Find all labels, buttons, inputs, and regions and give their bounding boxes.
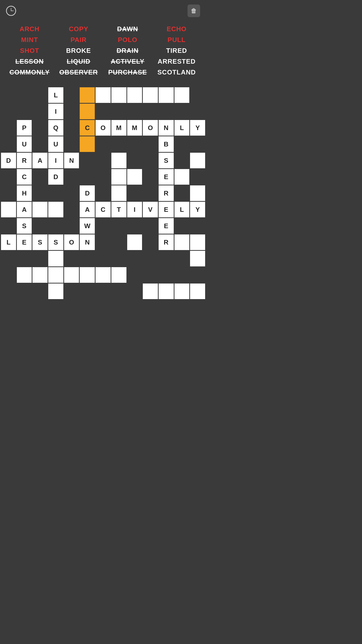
grid-cell-0-6[interactable] <box>96 87 111 103</box>
word-item-pull[interactable]: PULL <box>152 35 201 45</box>
grid-cell-11-2[interactable] <box>32 267 48 283</box>
grid-cell-12-11[interactable] <box>174 284 190 299</box>
grid-cell-7-0[interactable] <box>1 202 16 217</box>
grid-cell-1-5[interactable] <box>80 104 95 119</box>
grid-cell-6-5[interactable]: D <box>80 185 95 201</box>
grid-cell-3-5[interactable] <box>80 136 95 152</box>
grid-cell-9-3[interactable]: S <box>48 234 63 250</box>
grid-cell-9-4[interactable]: O <box>64 234 79 250</box>
grid-cell-2-9[interactable]: O <box>143 120 158 136</box>
word-item-lesson[interactable]: LESSON <box>5 57 54 66</box>
word-item-actively[interactable]: ACTIVELY <box>103 57 152 66</box>
grid-cell-7-5[interactable]: A <box>80 202 95 217</box>
grid-cell-5-1[interactable]: C <box>17 169 32 185</box>
grid-cell-5-11[interactable] <box>174 169 190 185</box>
grid-cell-2-5[interactable]: C <box>80 120 95 136</box>
word-item-arch[interactable]: ARCH <box>5 24 54 34</box>
word-item-polo[interactable]: POLO <box>103 35 152 45</box>
word-item-purchase[interactable]: PURCHASE <box>103 67 152 77</box>
grid-cell-5-7[interactable] <box>111 169 126 185</box>
word-item-observer[interactable]: OBSERVER <box>54 67 103 77</box>
word-item-broke[interactable]: BROKE <box>54 46 103 56</box>
grid-cell-7-8[interactable]: I <box>127 202 142 217</box>
grid-cell-5-3[interactable]: D <box>48 169 63 185</box>
grid-cell-3-3[interactable]: U <box>48 136 63 152</box>
word-item-tired[interactable]: TIRED <box>152 46 201 56</box>
grid-cell-2-10[interactable]: N <box>159 120 174 136</box>
grid-cell-7-6[interactable]: C <box>96 202 111 217</box>
grid-cell-3-1[interactable]: U <box>17 136 32 152</box>
grid-cell-7-7[interactable]: T <box>111 202 126 217</box>
grid-cell-4-3[interactable]: I <box>48 153 63 168</box>
grid-cell-0-5[interactable] <box>80 87 95 103</box>
grid-cell-10-12[interactable] <box>190 251 205 266</box>
grid-cell-0-3[interactable]: L <box>48 87 63 103</box>
grid-cell-4-1[interactable]: R <box>17 153 32 168</box>
grid-cell-11-6[interactable] <box>96 267 111 283</box>
grid-cell-2-8[interactable]: M <box>127 120 142 136</box>
grid-cell-7-3[interactable] <box>48 202 63 217</box>
grid-cell-0-11[interactable] <box>174 87 190 103</box>
word-item-commonly[interactable]: COMMONLY <box>5 67 54 77</box>
grid-cell-9-12[interactable] <box>190 234 205 250</box>
word-item-drain[interactable]: DRAIN <box>103 46 152 56</box>
grid-cell-6-12[interactable] <box>190 185 205 201</box>
grid-cell-4-12[interactable] <box>190 153 205 168</box>
grid-cell-7-11[interactable]: L <box>174 202 190 217</box>
grid-cell-12-9[interactable] <box>143 284 158 299</box>
word-item-echo[interactable]: ECHO <box>152 24 201 34</box>
grid-cell-4-4[interactable]: N <box>64 153 79 168</box>
grid-cell-5-8[interactable] <box>127 169 142 185</box>
grid-cell-11-1[interactable] <box>17 267 32 283</box>
word-item-scotland[interactable]: SCOTLAND <box>152 67 201 77</box>
word-item-dawn[interactable]: DAWN <box>103 24 152 34</box>
word-item-shot[interactable]: SHOT <box>5 46 54 56</box>
grid-cell-4-7[interactable] <box>111 153 126 168</box>
grid-cell-8-5[interactable]: W <box>80 218 95 234</box>
grid-cell-7-12[interactable]: Y <box>190 202 205 217</box>
grid-cell-11-3[interactable] <box>48 267 63 283</box>
trash-button[interactable]: 🗑 <box>188 5 200 17</box>
grid-cell-9-8[interactable] <box>127 234 142 250</box>
grid-cell-3-10[interactable]: B <box>159 136 174 152</box>
grid-cell-2-6[interactable]: O <box>96 120 111 136</box>
grid-cell-0-9[interactable] <box>143 87 158 103</box>
grid-cell-12-12[interactable] <box>190 284 205 299</box>
grid-cell-6-7[interactable] <box>111 185 126 201</box>
grid-cell-5-10[interactable]: E <box>159 169 174 185</box>
grid-cell-2-1[interactable]: P <box>17 120 32 136</box>
grid-cell-12-10[interactable] <box>159 284 174 299</box>
grid-cell-0-7[interactable] <box>111 87 126 103</box>
grid-cell-11-4[interactable] <box>64 267 79 283</box>
word-item-copy[interactable]: COPY <box>54 24 103 34</box>
word-item-arrested[interactable]: ARRESTED <box>152 57 201 66</box>
grid-cell-2-12[interactable]: Y <box>190 120 205 136</box>
grid-cell-9-2[interactable]: S <box>32 234 48 250</box>
grid-cell-11-7[interactable] <box>111 267 126 283</box>
grid-cell-2-3[interactable]: Q <box>48 120 63 136</box>
grid-cell-7-10[interactable]: E <box>159 202 174 217</box>
grid-cell-6-10[interactable]: R <box>159 185 174 201</box>
grid-cell-8-1[interactable]: S <box>17 218 32 234</box>
grid-cell-7-1[interactable]: A <box>17 202 32 217</box>
grid-cell-9-0[interactable]: L <box>1 234 16 250</box>
grid-cell-2-7[interactable]: M <box>111 120 126 136</box>
grid-cell-9-5[interactable]: N <box>80 234 95 250</box>
grid-cell-4-2[interactable]: A <box>32 153 48 168</box>
grid-cell-4-0[interactable]: D <box>1 153 16 168</box>
grid-cell-2-11[interactable]: L <box>174 120 190 136</box>
grid-cell-9-11[interactable] <box>174 234 190 250</box>
grid-cell-7-9[interactable]: V <box>143 202 158 217</box>
grid-cell-8-10[interactable]: E <box>159 218 174 234</box>
word-item-mint[interactable]: MINT <box>5 35 54 45</box>
word-item-liquid[interactable]: LIQUID <box>54 57 103 66</box>
grid-cell-10-3[interactable] <box>48 251 63 266</box>
grid-cell-9-1[interactable]: E <box>17 234 32 250</box>
grid-cell-7-2[interactable] <box>32 202 48 217</box>
grid-cell-11-5[interactable] <box>80 267 95 283</box>
word-item-pair[interactable]: PAIR <box>54 35 103 45</box>
grid-cell-4-10[interactable]: S <box>159 153 174 168</box>
grid-cell-12-3[interactable] <box>48 284 63 299</box>
grid-cell-6-1[interactable]: H <box>17 185 32 201</box>
grid-cell-9-10[interactable]: R <box>159 234 174 250</box>
